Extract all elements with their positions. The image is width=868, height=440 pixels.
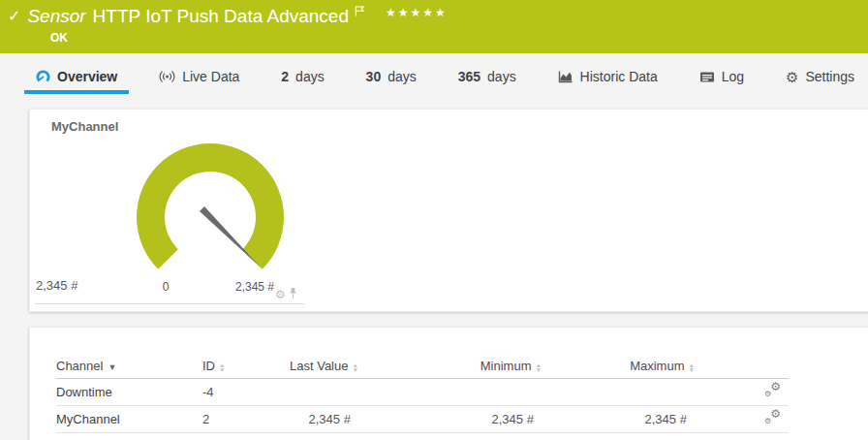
tab-label: Historic Data xyxy=(580,69,658,84)
sensor-title: HTTP IoT Push Data Advanced xyxy=(93,6,349,27)
tab-overview[interactable]: Overview xyxy=(24,63,129,94)
last-value-cell: 2,345 # xyxy=(290,405,358,432)
maximum-cell: 2,345 # xyxy=(542,405,695,432)
gauge-arc xyxy=(137,143,284,269)
channel-id-cell: 2 xyxy=(202,405,290,432)
gauge-icon xyxy=(36,70,50,84)
gauge-divider xyxy=(35,303,304,304)
channel-settings-gears-icon[interactable]: ⚙⚙ xyxy=(764,383,781,397)
column-header-last-value[interactable]: Last Value▲▼ xyxy=(290,355,358,378)
gauge-toolbar: ⚙ xyxy=(275,286,297,303)
gauge-channel-title: MyChannel xyxy=(51,119,118,134)
tab-number: 365 xyxy=(458,69,480,84)
gauge-current-value: 2,345 # xyxy=(36,278,78,293)
channel-name-cell: MyChannel xyxy=(56,405,202,432)
sensor-status-header: ✓ Sensor HTTP IoT Push Data Advanced ★★★… xyxy=(0,0,868,53)
maximum-cell xyxy=(542,378,695,405)
tab-365-days[interactable]: 365 days xyxy=(447,63,528,94)
tab-label: Overview xyxy=(57,69,117,84)
historic-data-icon xyxy=(558,70,574,83)
channel-name-cell: Downtime xyxy=(56,378,202,405)
tab-label: Settings xyxy=(805,69,854,84)
tab-2-days[interactable]: 2 days xyxy=(269,63,335,94)
gauge-settings-gear-icon[interactable]: ⚙ xyxy=(275,289,286,300)
sensor-title-row: ✓ Sensor HTTP IoT Push Data Advanced ★★★… xyxy=(8,6,448,27)
channel-id-cell: -4 xyxy=(202,378,290,405)
sort-icon: ▲▼ xyxy=(535,362,541,372)
column-header-actions xyxy=(695,355,789,378)
tab-label: days xyxy=(487,69,516,84)
log-icon xyxy=(699,71,715,83)
tab-number: 30 xyxy=(366,69,382,84)
sort-icon: ▲▼ xyxy=(352,362,357,372)
minimum-cell xyxy=(358,378,542,405)
flag-icon xyxy=(355,3,365,20)
sensor-tabbar: Overview Live Data 2 days 30 days 365 da… xyxy=(0,53,868,109)
tab-settings[interactable]: ⚙ Settings xyxy=(774,63,866,94)
channel-table: Channel▼ ID▲▼ Last Value▲▼ Minimum▲▼ Max… xyxy=(56,355,789,433)
channel-table-header-row: Channel▼ ID▲▼ Last Value▲▼ Minimum▲▼ Max… xyxy=(56,355,789,378)
channel-table-panel: Channel▼ ID▲▼ Last Value▲▼ Minimum▲▼ Max… xyxy=(29,327,868,440)
tab-label: Live Data xyxy=(182,69,239,84)
channel-settings-gears-icon[interactable]: ⚙⚙ xyxy=(764,410,781,424)
sort-icon: ▲▼ xyxy=(219,362,225,372)
tab-label: Log xyxy=(722,69,744,84)
column-header-channel[interactable]: Channel▼ xyxy=(56,355,202,378)
table-row-mychannel: MyChannel 2 2,345 # 2,345 # 2,345 # ⚙⚙ xyxy=(56,405,789,432)
ok-check-icon: ✓ xyxy=(8,9,20,24)
last-value-cell xyxy=(290,378,358,405)
tab-number: 2 xyxy=(281,69,289,84)
column-header-minimum[interactable]: Minimum▲▼ xyxy=(358,355,542,378)
object-kind-label: Sensor xyxy=(27,6,85,27)
channel-gauge-panel: MyChannel 2,345 # 0 2,345 # ⚙ xyxy=(29,109,868,312)
gauge-scale-min: 0 xyxy=(144,280,187,294)
column-header-id[interactable]: ID▲▼ xyxy=(202,355,290,378)
tab-historic-data[interactable]: Historic Data xyxy=(546,63,669,94)
channel-gauge xyxy=(123,131,297,298)
channel-actions-cell: ⚙⚙ xyxy=(695,405,789,432)
tab-log[interactable]: Log xyxy=(688,63,756,94)
pin-icon[interactable] xyxy=(289,286,297,303)
tab-live-data[interactable]: Live Data xyxy=(147,63,251,94)
minimum-cell: 2,345 # xyxy=(358,405,542,432)
channel-actions-cell: ⚙⚙ xyxy=(695,378,789,405)
column-header-maximum[interactable]: Maximum▲▼ xyxy=(542,355,695,378)
table-row-downtime: Downtime -4 ⚙⚙ xyxy=(56,378,789,405)
sort-desc-icon: ▼ xyxy=(108,362,116,372)
live-data-icon xyxy=(159,70,175,83)
tab-30-days[interactable]: 30 days xyxy=(355,63,428,94)
settings-gear-icon: ⚙ xyxy=(786,70,798,84)
tab-label: days xyxy=(295,69,325,84)
priority-stars[interactable]: ★★★★★ xyxy=(386,6,448,19)
sort-icon: ▲▼ xyxy=(688,362,694,372)
sensor-status-badge: OK xyxy=(50,31,68,45)
tab-label: days xyxy=(388,69,417,84)
